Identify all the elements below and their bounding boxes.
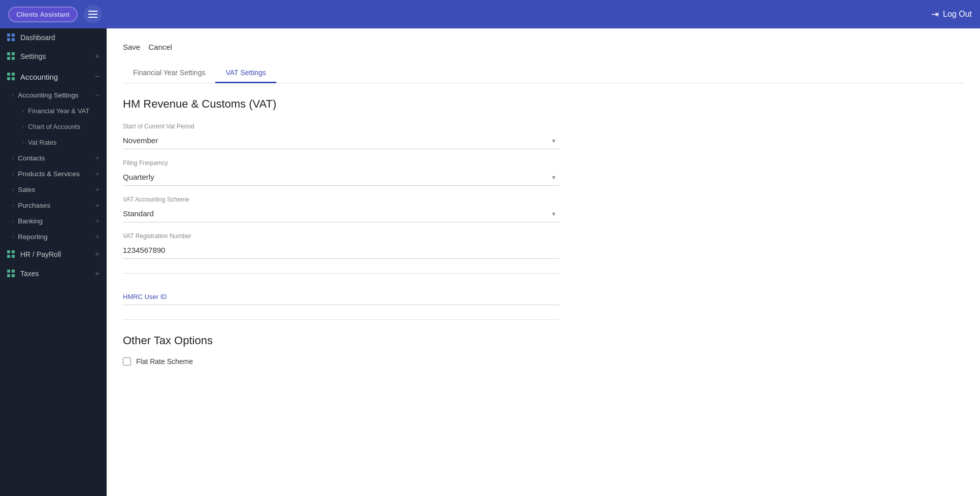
expand-icon: + [95,269,100,278]
sidebar-label: Sales [18,186,35,193]
sidebar-label: Contacts [18,154,45,162]
hmrc-user-id-input[interactable] [123,288,560,305]
sidebar-item-reporting[interactable]: › Reporting + [0,229,107,245]
chevron-icon: › [12,171,14,177]
form-group-vat-scheme: VAT Accounting Scheme Standard Cash Acco… [123,196,560,222]
vat-reg-input[interactable] [123,242,560,259]
sidebar-item-hr-payroll[interactable]: HR / PayRoll + [0,245,107,264]
expand-icon: + [95,202,100,209]
vat-section-title: HM Revenue & Customs (VAT) [123,97,964,111]
expand-icon: + [95,52,100,61]
sidebar-label: HR / PayRoll [20,250,61,258]
top-nav: Clients Assistant ⇥ Log Out [0,0,980,28]
flat-rate-scheme-row: Flat Rate Scheme [123,357,964,366]
chevron-icon: › [22,140,24,145]
vat-period-label: Start of Current Vat Period [123,123,560,130]
tab-vat-settings[interactable]: VAT Settings [215,63,276,83]
sidebar-item-taxes[interactable]: Taxes + [0,264,107,283]
chevron-icon: › [12,187,14,192]
divider-2 [123,319,560,320]
expand-icon: + [95,233,100,241]
expand-icon: + [95,170,100,178]
form-group-filing-frequency: Filing Frequency Quarterly MonthlyAnnual… [123,159,560,186]
sidebar-item-dashboard[interactable]: Dashboard [0,28,107,47]
sidebar-label: Vat Rates [28,139,56,146]
grid-icon [7,270,15,278]
sidebar-label: Banking [18,217,43,225]
hamburger-button[interactable] [84,5,102,23]
sidebar-item-accounting[interactable]: Accounting − [0,66,107,87]
sidebar-label: Accounting [20,73,58,81]
expand-icon: + [95,250,100,259]
sidebar-label: Settings [20,52,46,60]
vat-scheme-select-wrapper: Standard Cash AccountingFlat Rate ▾ [123,205,560,222]
grid-icon [7,34,15,42]
sidebar-label: Purchases [18,202,50,209]
chevron-icon: › [12,234,14,240]
form-group-hmrc-user-id [123,288,560,305]
logo-badge: Clients Assistant [8,7,78,22]
vat-scheme-label: VAT Accounting Scheme [123,196,560,203]
sidebar-label: Financial Year & VAT [28,107,89,115]
vat-scheme-select[interactable]: Standard Cash AccountingFlat Rate [123,205,560,222]
grid-icon [7,250,15,258]
logout-label: Log Out [943,10,972,19]
hamburger-icon [88,11,97,18]
sidebar-item-financial-year-vat[interactable]: › Financial Year & VAT [0,103,107,119]
collapse-icon: − [95,72,100,81]
filing-frequency-select-wrapper: Quarterly MonthlyAnnually ▾ [123,169,560,186]
chevron-icon: › [12,92,14,98]
action-bar: Save Cancel [123,41,964,53]
sidebar-label: Reporting [18,233,48,241]
save-button[interactable]: Save [123,41,140,53]
sidebar-item-sales[interactable]: › Sales + [0,182,107,197]
form-group-vat-reg: VAT Registration Number [123,233,560,259]
main-content: Save Cancel Financial Year Settings VAT … [107,28,980,496]
filing-frequency-select[interactable]: Quarterly MonthlyAnnually [123,169,560,186]
sidebar: Dashboard Settings + Accounting − › Acco… [0,28,107,496]
flat-rate-scheme-label[interactable]: Flat Rate Scheme [136,357,193,366]
chevron-icon: › [12,155,14,161]
expand-icon: + [95,217,100,225]
sidebar-item-purchases[interactable]: › Purchases + [0,197,107,213]
chevron-icon: › [12,218,14,224]
chevron-icon: › [12,203,14,208]
nav-left: Clients Assistant [8,5,102,23]
chevron-icon: › [22,108,24,114]
flat-rate-scheme-checkbox[interactable] [123,357,131,366]
sidebar-label: Chart of Accounts [28,123,80,130]
sidebar-item-vat-rates[interactable]: › Vat Rates [0,135,107,150]
sidebar-item-settings[interactable]: Settings + [0,47,107,66]
sidebar-item-accounting-settings[interactable]: › Accounting Settings − [0,87,107,103]
tabs-container: Financial Year Settings VAT Settings [123,63,964,83]
vat-period-select[interactable]: November JanuaryFebruaryMarch AprilMayJu… [123,132,560,149]
sidebar-item-banking[interactable]: › Banking + [0,213,107,229]
expand-icon: + [95,154,100,162]
tab-financial-year[interactable]: Financial Year Settings [123,63,215,83]
collapse-icon: − [95,91,100,99]
grid-icon [7,52,15,60]
vat-period-select-wrapper: November JanuaryFebruaryMarch AprilMayJu… [123,132,560,149]
grid-icon [7,73,15,81]
sidebar-label: Accounting Settings [18,91,78,99]
sidebar-label: Taxes [20,270,39,278]
sidebar-label: Products & Services [18,170,80,178]
sidebar-item-chart-of-accounts[interactable]: › Chart of Accounts [0,119,107,135]
chevron-icon: › [22,124,24,129]
filing-frequency-label: Filing Frequency [123,159,560,167]
form-group-vat-period: Start of Current Vat Period November Jan… [123,123,560,149]
sidebar-item-contacts[interactable]: › Contacts + [0,150,107,166]
other-tax-title: Other Tax Options [123,334,964,347]
logout-button[interactable]: ⇥ Log Out [931,9,972,20]
layout: Dashboard Settings + Accounting − › Acco… [0,28,980,496]
divider-1 [123,273,560,274]
cancel-button[interactable]: Cancel [148,41,172,53]
sidebar-item-products-services[interactable]: › Products & Services + [0,166,107,182]
vat-reg-label: VAT Registration Number [123,233,560,240]
logout-icon: ⇥ [931,9,939,20]
sidebar-label: Dashboard [20,34,55,42]
expand-icon: + [95,186,100,193]
